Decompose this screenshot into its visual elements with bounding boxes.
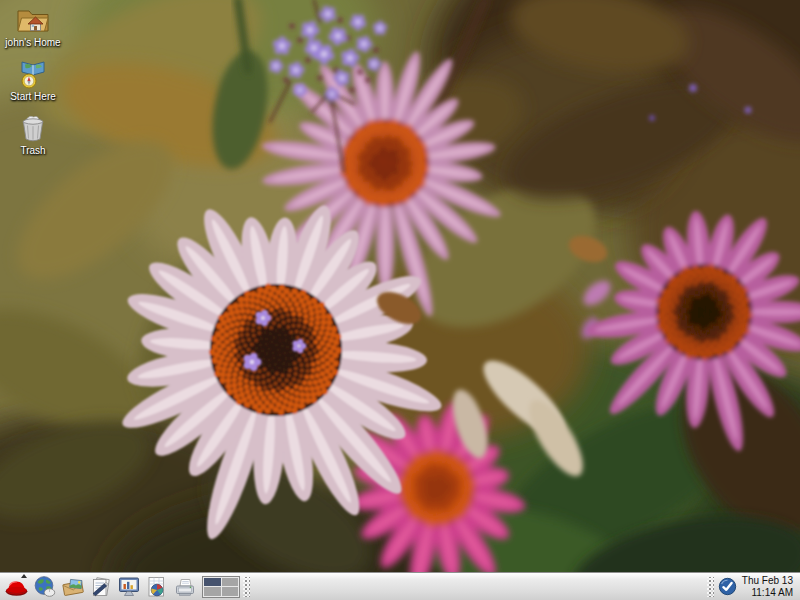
- documents-pen-icon: [89, 575, 113, 599]
- email-button[interactable]: [59, 574, 86, 600]
- desktop-icon-label: Trash: [20, 145, 45, 156]
- panel-drag-handle[interactable]: [707, 577, 714, 597]
- taskbar-panel: Thu Feb 13 11:14 AM: [0, 572, 800, 600]
- print-manager-button[interactable]: [171, 574, 198, 600]
- workspace-4[interactable]: [222, 587, 239, 596]
- home-folder-icon: [16, 5, 50, 35]
- spreadsheet-button[interactable]: [143, 574, 170, 600]
- clock-time: 11:14 AM: [742, 587, 793, 599]
- clock[interactable]: Thu Feb 13 11:14 AM: [742, 575, 793, 599]
- trash-icon: [16, 113, 50, 143]
- menu-up-arrow-icon: [21, 574, 27, 578]
- envelope-photo-icon: [61, 575, 85, 599]
- desktop-icon-start-here[interactable]: Start Here: [1, 59, 65, 102]
- wallpaper: [0, 0, 800, 600]
- screen-chart-icon: [117, 575, 141, 599]
- presentation-button[interactable]: [115, 574, 142, 600]
- desktop-icon-trash[interactable]: Trash: [1, 113, 65, 156]
- word-processor-button[interactable]: [87, 574, 114, 600]
- desktop-icons: john's Home Start Here: [1, 5, 65, 156]
- blue-check-icon: [718, 577, 737, 596]
- panel-drag-handle[interactable]: [243, 577, 250, 597]
- desktop-icon-johns-home[interactable]: john's Home: [1, 5, 65, 48]
- desktop-icon-label: Start Here: [10, 91, 56, 102]
- red-hat-icon: [4, 575, 29, 599]
- globe-mouse-icon: [33, 575, 57, 599]
- desktop-icon-label: john's Home: [5, 37, 60, 48]
- web-browser-button[interactable]: [31, 574, 58, 600]
- workspace-3[interactable]: [204, 587, 221, 596]
- clock-date: Thu Feb 13: [742, 575, 793, 587]
- update-notification-button[interactable]: [717, 576, 739, 598]
- workspace-2[interactable]: [222, 578, 239, 587]
- workspace-1[interactable]: [204, 578, 221, 587]
- sheet-pie-icon: [145, 575, 169, 599]
- start-here-icon: [16, 59, 50, 89]
- main-menu-button[interactable]: [3, 574, 30, 600]
- desktop: john's Home Start Here: [0, 0, 800, 600]
- printer-icon: [173, 575, 197, 599]
- workspace-switcher[interactable]: [202, 576, 240, 598]
